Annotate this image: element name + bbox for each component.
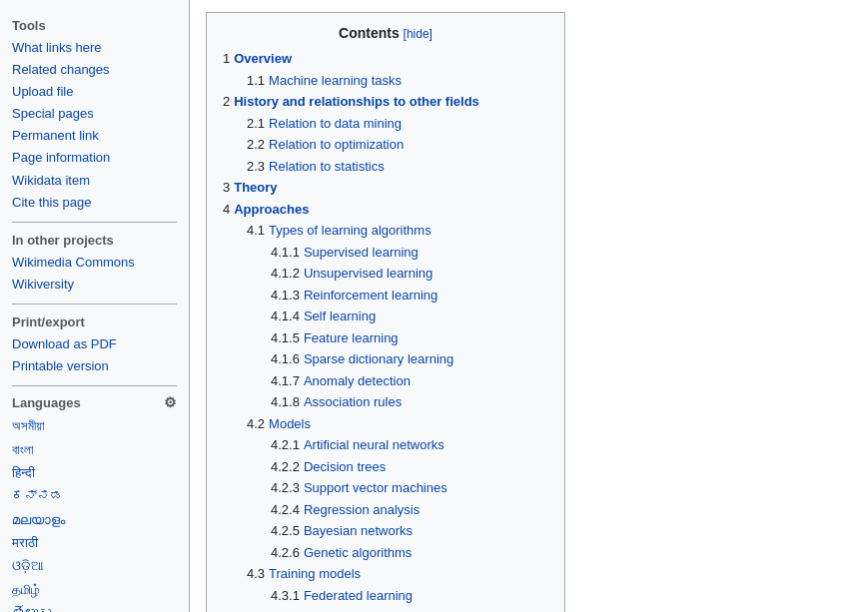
toc-link-4-1[interactable]: 4.1Types of learning algorithms [247,223,432,238]
toc-link-4-1-8[interactable]: 4.1.8Association rules [271,394,402,409]
toc-num: 4.1.1 [271,245,300,260]
toc-link-4-1-2[interactable]: 4.1.2Unsupervised learning [271,266,433,281]
toc-num: 4.2.4 [271,502,300,517]
toc-link-2-2[interactable]: 2.2Relation to optimization [247,137,404,152]
toc-link-4-2-3[interactable]: 4.2.3Support vector machines [271,480,447,495]
toc-link-4-2-6[interactable]: 4.2.6Genetic algorithms [271,545,412,560]
sidebar-link-wikidata-item[interactable]: Wikidata item [12,170,177,192]
toc-item: 4.2Models [223,414,548,434]
toc-label: Decision trees [304,459,386,474]
sidebar-link-page-information[interactable]: Page information [12,147,177,169]
toc-label: Training models [269,566,361,581]
toc-num: 4.1.7 [271,373,300,388]
toc-item: 4.1.4Self learning [223,306,548,326]
toc-link-1[interactable]: 1Overview [223,51,292,66]
toc-item: 4.1Types of learning algorithms [223,221,548,241]
toc-label: Relation to statistics [269,159,385,174]
toc-label: Overview [234,51,292,66]
toc-link-4-2[interactable]: 4.2Models [247,416,311,431]
sidebar-link-permanent-link[interactable]: Permanent link [12,125,177,147]
toc-label: Feature learning [304,330,399,345]
toc-num: 4.2 [247,416,265,431]
toc-label: Theory [234,180,277,195]
toc-item: 4.2.1Artificial neural networks [223,435,548,455]
toc-num: 4.2.6 [271,545,300,560]
toc-num: 2.2 [247,137,265,152]
toc-item: 4Approaches [223,200,548,220]
toc-link-4-2-2[interactable]: 4.2.2Decision trees [271,459,386,474]
toc-link-2-3[interactable]: 2.3Relation to statistics [247,159,385,174]
toc-link-4-1-4[interactable]: 4.1.4Self learning [271,308,376,323]
toc-label: Anomaly detection [304,373,411,388]
toc-link-4-1-3[interactable]: 4.1.3Reinforcement learning [271,288,437,303]
toc-label: Artificial neural networks [304,437,444,452]
toc-link-4-3[interactable]: 4.3Training models [247,566,361,581]
toc-link-3[interactable]: 3Theory [223,180,278,195]
toc-item: 3Theory [223,178,548,198]
sidebar-link-lang-bengali[interactable]: বাংলা [12,438,177,461]
sidebar-link-lang-assamese[interactable]: অসমীয়া [12,414,177,437]
sidebar-link-what-links-here[interactable]: What links here [12,37,177,59]
toc-label: Federated learning [304,588,413,603]
sidebar-link-lang-malayalam[interactable]: മലയാളം [12,508,177,531]
toc-num: 2.3 [247,159,265,174]
sidebar-link-printable-version[interactable]: Printable version [12,355,177,377]
sidebar-link-wikiversity[interactable]: Wikiversity [12,274,177,296]
sidebar-link-lang-telugu[interactable]: తెలుగు [12,601,177,612]
sidebar-link-cite-this-page[interactable]: Cite this page [12,192,177,214]
toc-num: 1.1 [247,73,265,88]
sidebar-link-download-pdf[interactable]: Download as PDF [12,333,177,355]
toc-num: 4.1.3 [271,288,300,303]
sidebar-link-lang-kannada[interactable]: ಕನ್ನಡ [12,484,177,507]
toc-link-4-1-5[interactable]: 4.1.5Feature learning [271,330,399,345]
toc-box: Contents [hide] 1Overview1.1Machine lear… [206,12,565,612]
sidebar-link-lang-marathi[interactable]: मराठी [12,531,177,554]
toc-link-2[interactable]: 2History and relationships to other fiel… [223,94,479,109]
toc-num: 4.1 [247,223,265,238]
toc-num: 4.3 [247,566,265,581]
toc-num: 4.2.3 [271,480,300,495]
toc-hide-link[interactable]: [hide] [404,27,433,41]
toc-num: 4.1.8 [271,394,300,409]
sidebar-link-lang-hindi[interactable]: हिन्दी [12,461,177,484]
toc-link-4-1-1[interactable]: 4.1.1Supervised learning [271,245,419,260]
sidebar-link-wikimedia-commons[interactable]: Wikimedia Commons [12,252,177,274]
toc-link-1-1[interactable]: 1.1Machine learning tasks [247,73,402,88]
sidebar-link-lang-tamil[interactable]: தமிழ் [12,578,177,601]
toc-link-4-2-4[interactable]: 4.2.4Regression analysis [271,502,420,517]
toc-label: Supervised learning [304,245,419,260]
toc-num: 4 [223,202,230,217]
sidebar-link-related-changes[interactable]: Related changes [12,59,177,81]
sidebar-link-upload-file[interactable]: Upload file [12,81,177,103]
toc-link-4-1-7[interactable]: 4.1.7Anomaly detection [271,373,411,388]
sidebar-divider-2 [12,304,177,305]
sidebar-link-special-pages[interactable]: Special pages [12,103,177,125]
toc-num: 4.1.6 [271,351,300,366]
toc-link-4[interactable]: 4Approaches [223,202,309,217]
toc-item: 4.2.4Regression analysis [223,500,548,520]
print-title: Print/export [12,314,177,329]
toc-item: 4.1.7Anomaly detection [223,371,548,391]
toc-label: Types of learning algorithms [269,223,432,238]
toc-num: 2 [223,94,230,109]
toc-item: 4.1.1Supervised learning [223,243,548,263]
sidebar-link-lang-odia[interactable]: ଓଡ଼ିଆ [12,554,177,577]
toc-link-4-2-5[interactable]: 4.2.5Bayesian networks [271,523,413,538]
toc-label: Relation to optimization [269,137,404,152]
sidebar: Tools What links hereRelated changesUplo… [0,0,190,612]
toc-num: 4.3.1 [271,588,300,603]
toc-num: 2.1 [247,116,265,131]
sidebar-divider-3 [12,385,177,386]
toc-link-4-1-6[interactable]: 4.1.6Sparse dictionary learning [271,351,453,366]
toc-num: 1 [223,51,230,66]
toc-link-2-1[interactable]: 2.1Relation to data mining [247,116,402,131]
toc-label: Machine learning tasks [269,73,402,88]
gear-icon[interactable]: ⚙ [164,394,177,410]
toc-item: 4.3Training models [223,564,548,584]
toc-link-4-2-1[interactable]: 4.2.1Artificial neural networks [271,437,444,452]
toc-item: 4.3.1Federated learning [223,586,548,606]
toc-item: 2.2Relation to optimization [223,135,548,155]
toc-link-4-3-1[interactable]: 4.3.1Federated learning [271,588,413,603]
toc-item: 4.2.3Support vector machines [223,478,548,498]
toc-num: 4.2.1 [271,437,300,452]
